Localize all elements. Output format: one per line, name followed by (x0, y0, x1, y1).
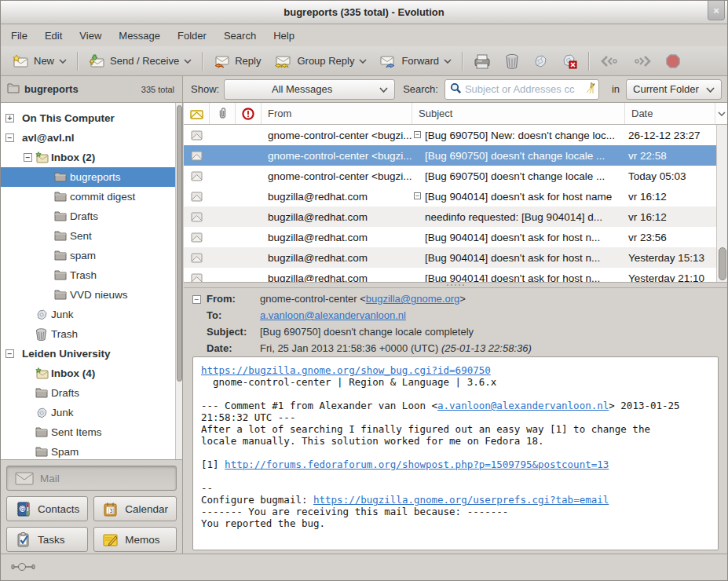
sidebar-folder-item[interactable]: Trash (1, 265, 175, 285)
menu-edit[interactable]: Edit (36, 27, 71, 45)
mail-icon (15, 472, 34, 485)
group-reply-button[interactable]: Group Reply (267, 51, 373, 71)
sidebar-folder-item[interactable]: − avl@avl.nl (1, 128, 175, 148)
sidebar-folder-item[interactable]: Trash (1, 324, 175, 344)
link[interactable]: bugzilla@gnome.org (366, 293, 459, 305)
column-picker-button[interactable] (715, 103, 727, 124)
link[interactable]: http://forums.fedoraforum.org/showpost.p… (225, 459, 609, 470)
message-subject-cell: needinfo requested: [Bug 904014] d... (412, 211, 625, 223)
junk-button[interactable] (526, 50, 554, 72)
stop-button[interactable] (659, 50, 687, 72)
message-row[interactable]: gnome-control-center <bugzi... [Bug 6907… (184, 166, 716, 186)
tree-expander-icon[interactable]: − (5, 133, 14, 142)
contacts-switcher-label: Contacts (38, 503, 79, 515)
sidebar-folder-item[interactable]: bugreports (1, 167, 175, 187)
tree-expander-icon[interactable]: − (5, 349, 14, 358)
search-scope-dropdown[interactable]: Current Folder (626, 79, 722, 100)
sidebar-folder-item[interactable]: − Inbox (2) (1, 148, 175, 167)
menu-message[interactable]: Message (110, 27, 169, 45)
header-label: From: (207, 293, 260, 305)
sidebar-scrollbar-thumb[interactable] (177, 105, 182, 382)
body-line: ------- You are receiving this mail beca… (201, 506, 710, 517)
memos-switcher-button[interactable]: Memos (93, 527, 177, 552)
message-list-scrollbar[interactable] (716, 125, 727, 282)
not-junk-button[interactable] (554, 50, 584, 72)
sidebar-folder-item[interactable]: commit digest (1, 187, 175, 206)
message-row[interactable]: gnome-control-center <bugzi... [Bug 6907… (184, 145, 716, 166)
message-row[interactable]: bugzilla@redhat.com −[Bug 904014] doesn'… (184, 186, 716, 206)
forward-button[interactable]: Forward (373, 51, 458, 71)
folder-label: Sent Items (51, 426, 102, 438)
search-input[interactable] (465, 83, 581, 95)
close-button[interactable]: × (708, 1, 725, 20)
menubar: FileEditViewMessageFolderSearchHelp (1, 24, 727, 46)
chevron-down-icon (184, 59, 192, 64)
clear-search-icon[interactable] (584, 82, 595, 97)
thread-collapse-icon[interactable]: − (414, 192, 421, 199)
online-status-icon[interactable] (11, 562, 36, 574)
sidebar-scrollbar[interactable] (175, 103, 182, 460)
thread-collapse-icon[interactable]: − (414, 131, 421, 138)
group-reply-icon (273, 54, 292, 68)
sidebar-folder-item[interactable]: Sent (1, 226, 175, 246)
status-column-header[interactable] (184, 103, 210, 124)
link[interactable]: https://bugzilla.gnome.org/show_bug.cgi?… (201, 364, 491, 376)
printer-icon (473, 53, 492, 69)
calendar-switcher-button[interactable]: 3 Calendar (93, 496, 177, 521)
folder-label: Inbox (4) (51, 367, 95, 379)
sidebar-folder-item[interactable]: Drafts (1, 383, 175, 403)
attachment-column-header[interactable] (210, 103, 236, 124)
message-row[interactable]: bugzilla@redhat.com [Bug 904014] doesn't… (184, 268, 716, 282)
sidebar-folder-item[interactable]: + On This Computer (1, 108, 175, 128)
sidebar-folder-item[interactable]: − Leiden University (1, 344, 175, 364)
message-row[interactable]: bugzilla@redhat.com needinfo requested: … (184, 206, 716, 227)
message-status-icon (190, 108, 203, 119)
tree-expander-icon[interactable]: − (24, 153, 32, 162)
body-line: Configure bugmail: https://bugzilla.gnom… (201, 494, 710, 506)
from-column-header[interactable]: From (262, 103, 412, 124)
sidebar-folder-item[interactable]: Inbox (4) (1, 364, 175, 383)
back-button[interactable] (593, 51, 626, 71)
show-filter-value: All Messages (231, 83, 373, 95)
sidebar-folder-item[interactable]: Sent Items (1, 422, 175, 442)
link[interactable]: a.vanloon@alexandervanloon.nl (437, 400, 609, 411)
message-list-scrollbar-thumb[interactable] (719, 247, 726, 280)
send-receive-button[interactable]: Send / Receive (82, 51, 198, 71)
delete-button[interactable] (498, 50, 526, 72)
sidebar-folder-item[interactable]: Spam (1, 442, 175, 460)
pane-splitter[interactable] (184, 282, 727, 288)
tasks-switcher-button[interactable]: Tasks (6, 527, 88, 552)
forward-nav-button[interactable] (626, 51, 659, 71)
sidebar-folder-item[interactable]: spam (1, 246, 175, 265)
subject-column-header[interactable]: Subject (412, 103, 625, 124)
message-row[interactable]: bugzilla@redhat.com [Bug 904014] doesn't… (184, 227, 716, 247)
priority-column-header[interactable] (236, 103, 262, 124)
menu-folder[interactable]: Folder (169, 27, 215, 45)
filter-bar: bugreports 335 total Show: All Messages … (1, 76, 727, 103)
message-row[interactable]: gnome-control-center <bugzi... −[Bug 690… (184, 125, 716, 145)
sidebar-folder-item[interactable]: Junk (1, 305, 175, 324)
link[interactable]: a.vanloon@alexandervanloon.nl (260, 309, 406, 321)
sidebar-folder-item[interactable]: Junk (1, 403, 175, 422)
sidebar-folder-item[interactable]: Drafts (1, 206, 175, 226)
contacts-switcher-button[interactable]: @ Contacts (6, 496, 88, 521)
collapse-headers-button[interactable]: − (192, 295, 201, 304)
trash-icon (504, 53, 520, 69)
date-column-header[interactable]: Date (625, 103, 715, 124)
reply-button[interactable]: Reply (207, 51, 267, 71)
sidebar-folder-item[interactable]: VVD nieuws (1, 285, 175, 305)
menu-search[interactable]: Search (215, 27, 265, 45)
menu-file[interactable]: File (2, 27, 36, 45)
menu-help[interactable]: Help (265, 27, 303, 45)
read-status-cell (184, 273, 210, 283)
forward-nav-icon (632, 54, 653, 68)
message-subject: [Bug 904014] doesn't ask for host n... (425, 272, 600, 283)
message-row[interactable]: bugzilla@redhat.com [Bug 904014] doesn't… (184, 247, 716, 268)
print-button[interactable] (466, 50, 498, 72)
tree-expander-icon[interactable]: + (5, 114, 14, 122)
link[interactable]: https://bugzilla.gnome.org/userprefs.cgi… (313, 494, 609, 506)
new-button[interactable]: New (5, 51, 73, 71)
menu-view[interactable]: View (71, 27, 110, 45)
show-filter-dropdown[interactable]: All Messages (224, 79, 395, 100)
mail-switcher-button[interactable]: Mail (6, 466, 177, 491)
